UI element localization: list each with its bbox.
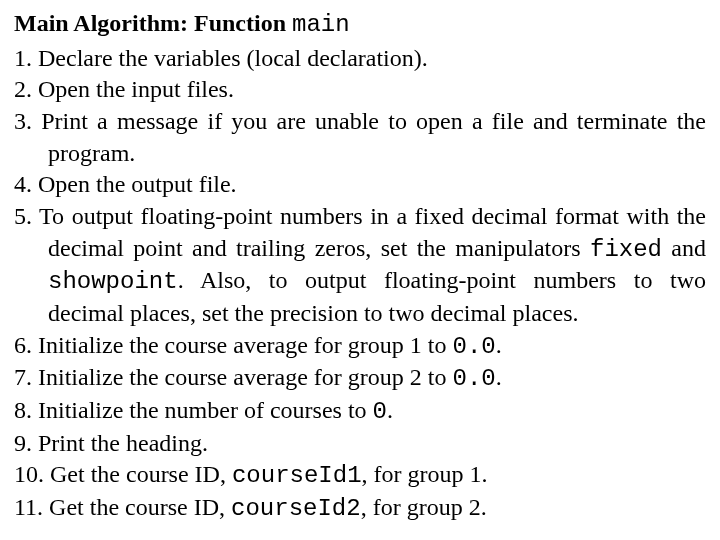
- step-text: Print the heading.: [38, 430, 208, 456]
- step-number: 11.: [14, 494, 43, 520]
- algorithm-step: 6. Initialize the course average for gro…: [14, 330, 706, 363]
- step-number: 5.: [14, 203, 32, 229]
- step-text: .: [496, 332, 502, 358]
- step-number: 8.: [14, 397, 32, 423]
- step-number: 1.: [14, 45, 32, 71]
- step-text: and: [662, 235, 706, 261]
- algorithm-steps: 1. Declare the variables (local declarat…: [14, 43, 706, 525]
- step-text: Initialize the course average for group …: [38, 332, 453, 358]
- step-text: Open the input files.: [38, 76, 234, 102]
- title-function-name: main: [292, 11, 350, 38]
- step-code: showpoint: [48, 268, 178, 295]
- step-number: 7.: [14, 364, 32, 390]
- step-code: 0: [373, 398, 387, 425]
- step-text: Get the course ID,: [49, 494, 231, 520]
- algorithm-step: 7. Initialize the course average for gro…: [14, 362, 706, 395]
- algorithm-step: 3. Print a message if you are unable to …: [14, 106, 706, 169]
- step-number: 2.: [14, 76, 32, 102]
- step-code: courseId2: [231, 495, 361, 522]
- step-text: Get the course ID,: [50, 461, 232, 487]
- algorithm-step: 5. To output floating-point numbers in a…: [14, 201, 706, 330]
- step-text: .: [387, 397, 393, 423]
- step-text: Declare the variables (local declaration…: [38, 45, 428, 71]
- step-code: courseId1: [232, 462, 362, 489]
- algorithm-step: 4. Open the output file.: [14, 169, 706, 201]
- algorithm-step: 11. Get the course ID, courseId2, for gr…: [14, 492, 706, 525]
- step-text: Open the output file.: [38, 171, 237, 197]
- algorithm-step: 1. Declare the variables (local declarat…: [14, 43, 706, 75]
- step-text: Print a message if you are unable to ope…: [41, 108, 706, 166]
- step-text: , for group 2.: [361, 494, 487, 520]
- step-code: 0.0: [453, 365, 496, 392]
- algorithm-title: Main Algorithm: Function main: [14, 8, 706, 41]
- algorithm-step: 2. Open the input files.: [14, 74, 706, 106]
- step-number: 3.: [14, 108, 32, 134]
- algorithm-step: 10. Get the course ID, courseId1, for gr…: [14, 459, 706, 492]
- title-prefix: Main Algorithm: Function: [14, 10, 292, 36]
- step-number: 9.: [14, 430, 32, 456]
- step-text: Initialize the number of courses to: [38, 397, 373, 423]
- step-text: Initialize the course average for group …: [38, 364, 453, 390]
- step-number: 4.: [14, 171, 32, 197]
- step-number: 10.: [14, 461, 44, 487]
- algorithm-page: Main Algorithm: Function main 1. Declare…: [0, 0, 720, 533]
- step-code: fixed: [590, 236, 662, 263]
- algorithm-step: 9. Print the heading.: [14, 428, 706, 460]
- step-text: .: [496, 364, 502, 390]
- algorithm-step: 8. Initialize the number of courses to 0…: [14, 395, 706, 428]
- step-code: 0.0: [453, 333, 496, 360]
- step-text: , for group 1.: [362, 461, 488, 487]
- step-number: 6.: [14, 332, 32, 358]
